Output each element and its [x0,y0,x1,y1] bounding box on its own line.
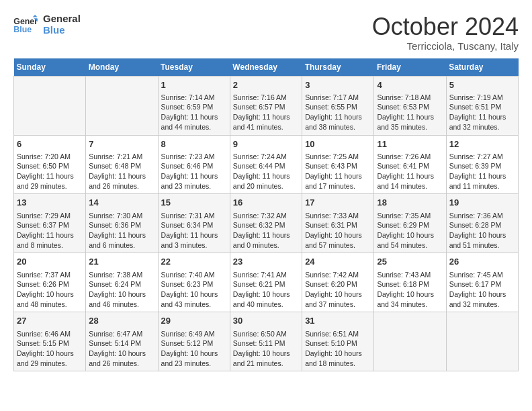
day-number: 14 [89,197,154,209]
day-number: 12 [449,138,515,150]
calendar-week-row: 20Sunrise: 7:37 AM Sunset: 6:26 PM Dayli… [14,253,519,312]
day-info: Sunrise: 7:31 AM Sunset: 6:34 PM Dayligh… [161,211,227,250]
day-number: 18 [377,197,443,209]
day-number: 11 [377,138,443,150]
day-number: 1 [161,79,227,91]
calendar-cell: 9Sunrise: 7:24 AM Sunset: 6:44 PM Daylig… [230,135,302,194]
day-number: 24 [305,256,371,268]
day-number: 30 [233,315,299,327]
logo-icon: General Blue [13,15,38,35]
day-info: Sunrise: 7:37 AM Sunset: 6:26 PM Dayligh… [17,270,83,310]
day-info: Sunrise: 7:25 AM Sunset: 6:43 PM Dayligh… [305,152,371,191]
column-header-wednesday: Wednesday [230,58,302,77]
day-info: Sunrise: 6:51 AM Sunset: 5:10 PM Dayligh… [305,329,371,369]
calendar-cell: 31Sunrise: 6:51 AM Sunset: 5:10 PM Dayli… [302,312,374,371]
day-info: Sunrise: 7:23 AM Sunset: 6:46 PM Dayligh… [161,152,227,191]
calendar-cell: 21Sunrise: 7:38 AM Sunset: 6:24 PM Dayli… [86,253,158,312]
calendar-cell: 1Sunrise: 7:14 AM Sunset: 6:59 PM Daylig… [158,76,230,135]
day-info: Sunrise: 7:38 AM Sunset: 6:24 PM Dayligh… [89,270,154,310]
day-info: Sunrise: 7:18 AM Sunset: 6:53 PM Dayligh… [377,93,443,132]
day-info: Sunrise: 7:16 AM Sunset: 6:57 PM Dayligh… [233,93,299,132]
day-info: Sunrise: 7:19 AM Sunset: 6:51 PM Dayligh… [449,93,515,132]
calendar-cell: 16Sunrise: 7:32 AM Sunset: 6:32 PM Dayli… [230,194,302,253]
title-block: October 2024 Terricciola, Tuscany, Italy [372,13,519,52]
svg-text:Blue: Blue [13,25,32,34]
calendar-week-row: 6Sunrise: 7:20 AM Sunset: 6:50 PM Daylig… [14,135,519,194]
day-info: Sunrise: 7:32 AM Sunset: 6:32 PM Dayligh… [233,211,299,250]
day-number: 16 [233,197,299,209]
day-number: 23 [233,256,299,268]
month-title: October 2024 [372,13,519,40]
calendar-cell: 3Sunrise: 7:17 AM Sunset: 6:55 PM Daylig… [302,76,374,135]
page-header: General Blue General Blue October 2024 T… [13,13,519,52]
day-info: Sunrise: 7:26 AM Sunset: 6:41 PM Dayligh… [377,152,443,191]
location: Terricciola, Tuscany, Italy [372,40,519,52]
day-number: 9 [233,138,299,150]
calendar-cell: 20Sunrise: 7:37 AM Sunset: 6:26 PM Dayli… [14,253,86,312]
column-header-monday: Monday [86,58,158,77]
calendar-cell: 14Sunrise: 7:30 AM Sunset: 6:36 PM Dayli… [86,194,158,253]
day-info: Sunrise: 7:42 AM Sunset: 6:20 PM Dayligh… [305,270,371,310]
calendar-cell: 7Sunrise: 7:21 AM Sunset: 6:48 PM Daylig… [86,135,158,194]
day-info: Sunrise: 7:27 AM Sunset: 6:39 PM Dayligh… [449,152,515,191]
calendar-header-row: SundayMondayTuesdayWednesdayThursdayFrid… [14,58,519,77]
day-number: 31 [305,315,371,327]
column-header-sunday: Sunday [14,58,86,77]
day-number: 3 [305,79,371,91]
logo-blue: Blue [43,25,81,36]
day-info: Sunrise: 7:43 AM Sunset: 6:18 PM Dayligh… [377,270,443,310]
day-info: Sunrise: 6:46 AM Sunset: 5:15 PM Dayligh… [17,329,83,369]
day-number: 15 [161,197,227,209]
calendar-cell: 10Sunrise: 7:25 AM Sunset: 6:43 PM Dayli… [302,135,374,194]
calendar-week-row: 1Sunrise: 7:14 AM Sunset: 6:59 PM Daylig… [14,76,519,135]
column-header-friday: Friday [374,58,446,77]
day-info: Sunrise: 6:49 AM Sunset: 5:12 PM Dayligh… [161,329,227,369]
calendar-cell: 2Sunrise: 7:16 AM Sunset: 6:57 PM Daylig… [230,76,302,135]
day-info: Sunrise: 7:36 AM Sunset: 6:28 PM Dayligh… [449,211,515,250]
day-number: 20 [17,256,83,268]
calendar-cell: 17Sunrise: 7:33 AM Sunset: 6:31 PM Dayli… [302,194,374,253]
calendar-cell: 26Sunrise: 7:45 AM Sunset: 6:17 PM Dayli… [446,253,518,312]
calendar-cell: 15Sunrise: 7:31 AM Sunset: 6:34 PM Dayli… [158,194,230,253]
day-number: 8 [161,138,227,150]
column-header-thursday: Thursday [302,58,374,77]
calendar-cell [86,76,158,135]
calendar-cell: 6Sunrise: 7:20 AM Sunset: 6:50 PM Daylig… [14,135,86,194]
day-info: Sunrise: 7:30 AM Sunset: 6:36 PM Dayligh… [89,211,154,250]
calendar-cell: 18Sunrise: 7:35 AM Sunset: 6:29 PM Dayli… [374,194,446,253]
calendar-cell: 13Sunrise: 7:29 AM Sunset: 6:37 PM Dayli… [14,194,86,253]
day-number: 13 [17,197,83,209]
day-number: 27 [17,315,83,327]
day-number: 2 [233,79,299,91]
calendar-cell: 25Sunrise: 7:43 AM Sunset: 6:18 PM Dayli… [374,253,446,312]
calendar-cell: 30Sunrise: 6:50 AM Sunset: 5:11 PM Dayli… [230,312,302,371]
calendar-cell: 5Sunrise: 7:19 AM Sunset: 6:51 PM Daylig… [446,76,518,135]
day-info: Sunrise: 7:45 AM Sunset: 6:17 PM Dayligh… [449,270,515,310]
day-number: 5 [449,79,515,91]
calendar-cell: 8Sunrise: 7:23 AM Sunset: 6:46 PM Daylig… [158,135,230,194]
calendar-cell: 27Sunrise: 6:46 AM Sunset: 5:15 PM Dayli… [14,312,86,371]
day-number: 4 [377,79,443,91]
calendar-cell: 29Sunrise: 6:49 AM Sunset: 5:12 PM Dayli… [158,312,230,371]
day-number: 17 [305,197,371,209]
day-number: 21 [89,256,154,268]
day-number: 19 [449,197,515,209]
day-number: 25 [377,256,443,268]
calendar-cell: 12Sunrise: 7:27 AM Sunset: 6:39 PM Dayli… [446,135,518,194]
calendar-cell: 24Sunrise: 7:42 AM Sunset: 6:20 PM Dayli… [302,253,374,312]
day-info: Sunrise: 7:40 AM Sunset: 6:23 PM Dayligh… [161,270,227,310]
calendar-table: SundayMondayTuesdayWednesdayThursdayFrid… [13,58,519,372]
day-number: 6 [17,138,83,150]
day-info: Sunrise: 7:14 AM Sunset: 6:59 PM Dayligh… [161,93,227,132]
svg-marker-2 [33,15,38,17]
column-header-tuesday: Tuesday [158,58,230,77]
logo: General Blue General Blue [13,13,81,36]
day-info: Sunrise: 7:41 AM Sunset: 6:21 PM Dayligh… [233,270,299,310]
day-number: 29 [161,315,227,327]
calendar-cell: 19Sunrise: 7:36 AM Sunset: 6:28 PM Dayli… [446,194,518,253]
day-info: Sunrise: 7:29 AM Sunset: 6:37 PM Dayligh… [17,211,83,250]
column-header-saturday: Saturday [446,58,518,77]
day-info: Sunrise: 7:24 AM Sunset: 6:44 PM Dayligh… [233,152,299,191]
calendar-cell: 11Sunrise: 7:26 AM Sunset: 6:41 PM Dayli… [374,135,446,194]
day-info: Sunrise: 6:47 AM Sunset: 5:14 PM Dayligh… [89,329,154,369]
